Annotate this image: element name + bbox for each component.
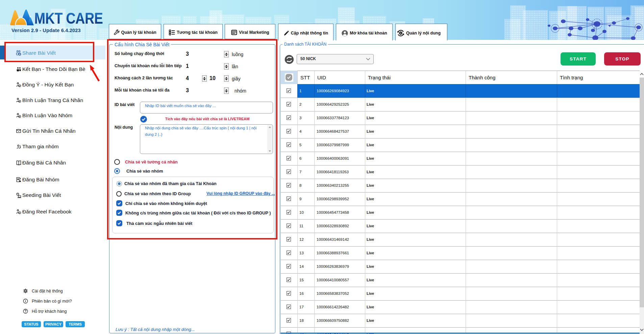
svg-text:MKT CARE: MKT CARE: [34, 9, 103, 27]
